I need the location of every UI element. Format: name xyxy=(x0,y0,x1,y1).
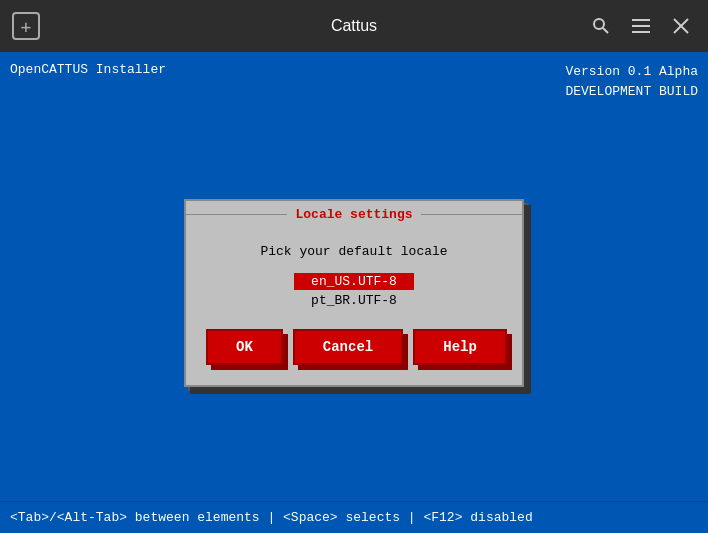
ok-button[interactable]: OK xyxy=(206,329,283,365)
new-tab-button[interactable]: + xyxy=(12,12,40,40)
ok-btn-shadow-right xyxy=(283,334,288,370)
title-bar: + Cattus xyxy=(0,0,708,52)
search-button[interactable] xyxy=(586,11,616,41)
ok-button-wrapper: OK xyxy=(206,329,283,365)
dialog-container: Locale settings Pick your default locale… xyxy=(184,199,524,387)
help-btn-shadow-bottom xyxy=(418,365,512,370)
app-title: Cattus xyxy=(331,17,377,35)
title-bar-left: + xyxy=(12,12,40,40)
locale-item-en[interactable]: en_US.UTF-8 xyxy=(294,273,414,290)
version-line1: Version 0.1 Alpha xyxy=(565,62,698,82)
dialog-overlay: Locale settings Pick your default locale… xyxy=(0,52,708,533)
cancel-button-wrapper: Cancel xyxy=(293,329,403,365)
help-btn-shadow-right xyxy=(507,334,512,370)
dialog-body: Pick your default locale en_US.UTF-8 pt_… xyxy=(186,228,522,385)
dialog-prompt: Pick your default locale xyxy=(206,244,502,259)
cancel-btn-shadow-bottom xyxy=(298,365,408,370)
dialog-shadow-bottom xyxy=(190,387,530,394)
cancel-button[interactable]: Cancel xyxy=(293,329,403,365)
locale-item-pt[interactable]: pt_BR.UTF-8 xyxy=(294,292,414,309)
version-info: Version 0.1 Alpha DEVELOPMENT BUILD xyxy=(565,62,698,101)
menu-button[interactable] xyxy=(626,11,656,41)
ok-btn-shadow-bottom xyxy=(211,365,288,370)
close-button[interactable] xyxy=(666,11,696,41)
svg-line-1 xyxy=(603,28,608,33)
search-icon xyxy=(592,17,610,35)
status-text: <Tab>/<Alt-Tab> between elements | <Spac… xyxy=(10,510,533,525)
svg-point-0 xyxy=(594,19,604,29)
dialog-title-bar: Locale settings xyxy=(186,201,522,228)
cancel-btn-shadow-right xyxy=(403,334,408,370)
dialog-buttons: OK Cancel Help xyxy=(206,329,502,365)
version-line2: DEVELOPMENT BUILD xyxy=(565,82,698,102)
title-bar-right xyxy=(586,11,696,41)
help-button-wrapper: Help xyxy=(413,329,507,365)
locale-dialog: Locale settings Pick your default locale… xyxy=(184,199,524,387)
dialog-title: Locale settings xyxy=(287,207,420,222)
help-button[interactable]: Help xyxy=(413,329,507,365)
hamburger-icon xyxy=(632,19,650,33)
dialog-shadow-right xyxy=(524,205,531,393)
close-icon xyxy=(673,18,689,34)
installer-label: OpenCATTUS Installer xyxy=(10,62,166,77)
status-bar: <Tab>/<Alt-Tab> between elements | <Spac… xyxy=(0,501,708,533)
terminal-area: OpenCATTUS Installer Version 0.1 Alpha D… xyxy=(0,52,708,533)
locale-list: en_US.UTF-8 pt_BR.UTF-8 xyxy=(206,273,502,309)
